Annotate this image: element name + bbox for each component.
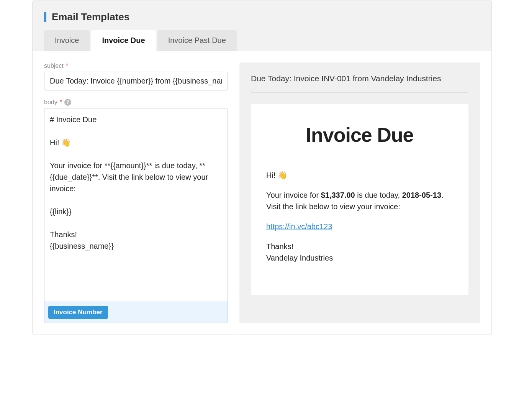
page-title: Email Templates (44, 11, 480, 23)
preview-greeting: Hi! 👋 (266, 169, 453, 181)
body-editor: Invoice Number (44, 108, 228, 323)
preview-line1: Your invoice for $1,337.00 is due today,… (266, 189, 453, 212)
preview-column: Due Today: Invoice INV-001 from Vandelay… (239, 62, 480, 323)
editor-column: subject* body* ? Invoice Number (44, 62, 228, 323)
variable-toolbar: Invoice Number (44, 302, 228, 323)
content-area: subject* body* ? Invoice Number Due Toda… (33, 51, 491, 335)
email-templates-panel: Email Templates Invoice Invoice Due Invo… (32, 0, 492, 335)
page-title-text: Email Templates (52, 11, 129, 23)
preview-heading: Invoice Due (266, 123, 453, 146)
preview-line1-mid: is due today, (355, 191, 402, 199)
tab-invoice[interactable]: Invoice (44, 30, 90, 51)
preview-link-line: https://in.vc/abc123 (266, 221, 453, 232)
preview-thanks: Thanks! (266, 242, 293, 251)
preview-due-date: 2018-05-13 (402, 191, 441, 199)
preview-card: Invoice Due Hi! 👋 Your invoice for $1,33… (251, 104, 468, 295)
tab-invoice-due[interactable]: Invoice Due (91, 30, 156, 51)
panel-header: Email Templates (33, 0, 491, 30)
preview-subject: Due Today: Invoice INV-001 from Vandelay… (251, 74, 468, 93)
preview-link[interactable]: https://in.vc/abc123 (266, 222, 332, 231)
body-label: body* ? (44, 99, 228, 106)
template-tabs: Invoice Invoice Due Invoice Past Due (33, 30, 491, 51)
subject-input[interactable] (44, 72, 228, 90)
body-label-text: body (44, 99, 57, 106)
help-icon[interactable]: ? (64, 99, 71, 106)
preview-amount: $1,337.00 (321, 191, 355, 199)
body-required-marker: * (60, 99, 62, 106)
preview-line1-pre: Your invoice for (266, 191, 321, 199)
body-textarea[interactable] (44, 108, 228, 300)
preview-body: Hi! 👋 Your invoice for $1,337.00 is due … (266, 169, 453, 264)
tab-invoice-past-due[interactable]: Invoice Past Due (157, 30, 237, 51)
subject-required-marker: * (66, 62, 68, 69)
insert-invoice-number-chip[interactable]: Invoice Number (48, 306, 108, 319)
preview-signoff: Thanks! Vandelay Industries (266, 241, 453, 264)
subject-label-text: subject (44, 62, 64, 69)
subject-label: subject* (44, 62, 228, 69)
preview-business-name: Vandelay Industries (266, 254, 333, 262)
accent-bar-icon (44, 12, 46, 22)
